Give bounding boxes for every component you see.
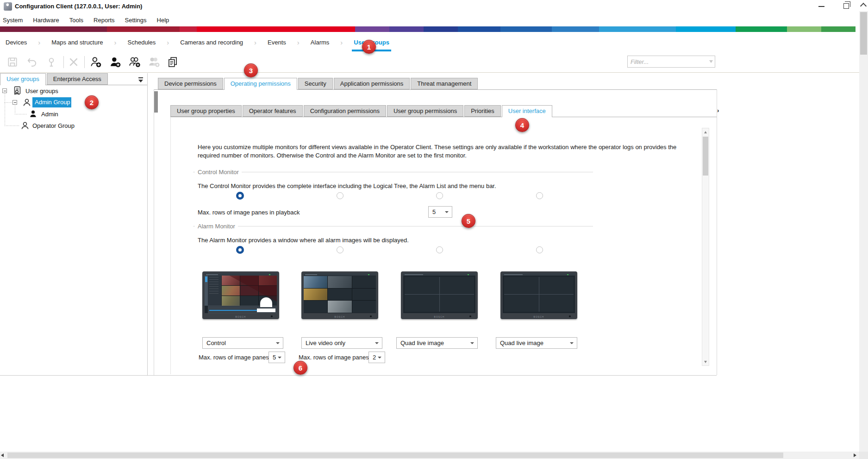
monitor-option-radio[interactable] [337,192,343,199]
tree-item-admin-group[interactable]: Admin Group [32,97,71,107]
menu-reports[interactable]: Reports [94,17,115,24]
new-dual-authorization-group-icon[interactable] [129,56,141,68]
max-rows-playback-dropdown[interactable]: 5 [428,206,452,218]
tab-configuration-permissions[interactable]: Configuration permissions [304,105,386,117]
funnel-icon [709,60,713,63]
save-icon[interactable] [6,56,19,68]
tab-operator-features[interactable]: Operator features [243,105,303,117]
delete-icon[interactable] [68,56,80,68]
monitor-preview-control: BOSCH [202,271,279,319]
tree-connector [5,102,13,103]
nav-events[interactable]: Events [268,39,286,46]
scrollbar-thumb[interactable] [860,12,867,55]
nav-maps-and-structure[interactable]: Maps and structure [51,39,103,46]
tab-operating-permissions[interactable]: Operating permissions [224,78,297,90]
chevron-right-icon: › [114,38,117,46]
menu-system[interactable]: System [3,17,23,24]
monitor-titlebar [403,273,475,276]
bosch-logo: BOSCH [534,315,544,318]
callout-badge-4: 4 [515,118,529,132]
chevron-right-icon: › [297,38,300,46]
tab-threat-management[interactable]: Threat management [411,78,478,89]
tree-item-user-groups[interactable]: User groups [25,88,58,94]
tab-security[interactable]: Security [298,78,333,89]
power-led [370,315,372,317]
restore-button[interactable] [843,3,849,9]
callout-badge-5: 5 [462,214,475,228]
tab-application-permissions[interactable]: Application permissions [334,78,410,89]
undo-icon[interactable] [26,56,38,68]
scrollbar-thumb[interactable] [7,453,783,458]
monitor-option-radio[interactable] [536,246,543,253]
nav-cameras-and-recording[interactable]: Cameras and recording [180,39,243,46]
chevron-right-icon: › [340,38,343,46]
tab-enterprise-access[interactable]: Enterprise Access [47,73,108,85]
nav-alarms[interactable]: Alarms [311,39,329,46]
tab-scroll-right-button[interactable]: › [717,107,719,114]
monitor3-view-dropdown[interactable]: Quad live image [396,337,478,349]
nav-schedules[interactable]: Schedules [128,39,156,46]
new-user-group-icon[interactable] [90,56,102,68]
window-title: Configuration Client (127.0.0.1, User: A… [15,3,142,10]
bosch-logo: BOSCH [434,315,445,318]
wrench-app-icon [4,2,12,11]
tab-user-group-permissions[interactable]: User group permissions [387,105,463,117]
main-tab-strip: Device permissions Operating permissions… [158,78,479,90]
sidebar-tabs: User groups Enterprise Access [0,73,109,85]
scroll-up-button[interactable] [702,128,709,136]
outer-horizontal-scrollbar[interactable] [0,452,859,459]
monitor2-max-rows-dropdown[interactable]: 2 [368,352,385,363]
monitor-option-radio[interactable] [436,192,443,199]
scroll-left-button[interactable] [1,453,4,457]
tab-user-interface[interactable]: User interface [502,105,552,117]
tab-user-group-properties[interactable]: User group properties [170,105,242,117]
scroll-down-button[interactable] [702,358,709,365]
new-dual-user-icon[interactable] [148,56,160,68]
callout-badge-1: 1 [362,40,376,54]
alarm-monitor-description: The Alarm Monitor provides a window wher… [198,237,409,244]
power-led [271,315,273,317]
monitor-option-radio[interactable] [236,192,244,200]
copy-icon[interactable] [167,56,179,68]
activate-icon[interactable] [45,56,57,68]
tab-user-groups[interactable]: User groups [0,73,46,85]
content-scrollbar[interactable] [702,128,709,366]
scroll-right-button[interactable] [854,453,856,457]
outer-vertical-scrollbar[interactable] [859,0,868,452]
new-user-icon[interactable] [109,56,121,68]
menu-tools[interactable]: Tools [69,17,83,24]
monitor-option-radio[interactable] [236,246,244,254]
monitor2-view-dropdown[interactable]: Live video only [301,337,382,349]
menu-help[interactable]: Help [157,17,169,24]
chevron-right-icon: › [254,38,256,46]
monitor-option-radio[interactable] [436,246,443,253]
scrollbar-thumb[interactable] [703,137,708,176]
tab-priorities[interactable]: Priorities [464,105,501,117]
tree-item-operator-group[interactable]: Operator Group [32,122,75,129]
scrollbar-corner [859,452,868,459]
dock-menu-icon[interactable] [138,77,144,82]
menu-settings[interactable]: Settings [125,17,147,24]
user-icon [29,109,37,118]
tree-expander-root[interactable] [2,88,7,93]
monitor4-view-dropdown[interactable]: Quad live image [496,337,577,349]
monitor-option-radio[interactable] [536,192,543,199]
monitor1-max-rows-dropdown[interactable]: 5 [269,352,285,363]
filter-input[interactable] [631,57,707,66]
bosch-logo: BOSCH [335,315,345,318]
filter-box [627,56,715,68]
monitor-screen [503,273,575,313]
menu-hardware[interactable]: Hardware [33,17,59,24]
minimize-button[interactable] [818,6,824,7]
monitor1-view-dropdown[interactable]: Control [202,337,283,349]
splitter-grip[interactable] [154,91,158,113]
user-group-icon [20,121,30,130]
scroll-up-button[interactable] [859,0,868,11]
tree-item-admin[interactable]: Admin [41,111,58,118]
nav-devices[interactable]: Devices [6,39,27,46]
tree-expander-admin-group[interactable] [12,100,17,105]
callout-badge-3: 3 [244,63,258,77]
tab-device-permissions[interactable]: Device permissions [158,78,223,89]
monitor-image-grid [304,276,376,313]
monitor-option-radio[interactable] [337,246,343,253]
